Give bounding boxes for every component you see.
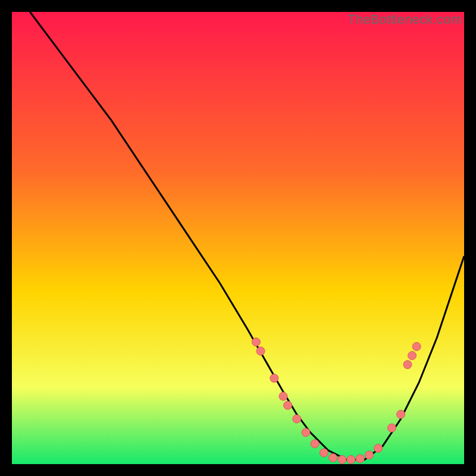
data-marker	[329, 453, 337, 462]
data-marker	[256, 347, 265, 355]
data-marker	[365, 451, 373, 459]
watermark-text: TheBottleneck.com	[347, 12, 462, 27]
data-marker	[338, 455, 346, 464]
chart-frame: TheBottleneck.com	[12, 12, 464, 464]
data-marker	[284, 401, 292, 409]
data-marker	[311, 440, 319, 448]
data-marker	[397, 410, 405, 418]
data-marker	[270, 374, 278, 383]
data-marker	[356, 455, 364, 463]
data-marker	[374, 444, 383, 452]
data-marker	[347, 455, 355, 464]
data-marker	[279, 392, 287, 400]
bottleneck-chart	[12, 12, 464, 464]
gradient-background	[12, 12, 464, 464]
data-marker	[252, 338, 260, 346]
data-marker	[408, 352, 416, 360]
data-marker	[302, 428, 310, 437]
data-marker	[412, 342, 421, 350]
data-marker	[320, 449, 328, 457]
data-marker	[387, 424, 396, 432]
data-marker	[293, 415, 301, 423]
data-marker	[403, 361, 412, 369]
